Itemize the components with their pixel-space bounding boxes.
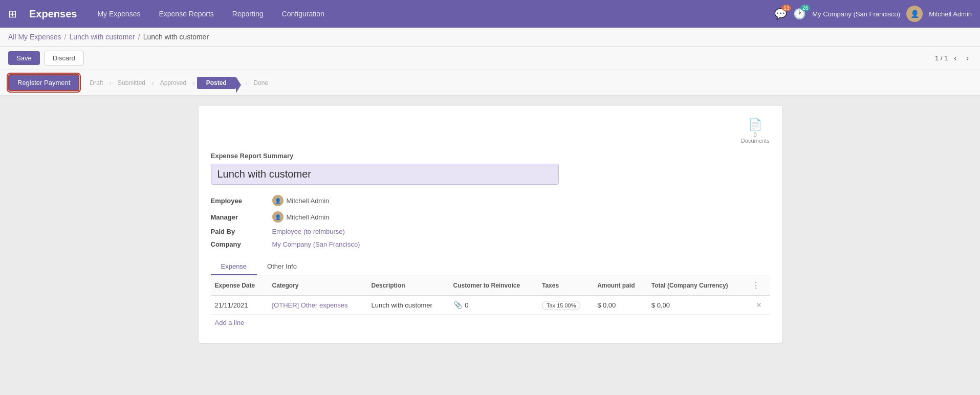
- sep4: ›: [243, 79, 250, 87]
- expense-table: Expense Date Category Description Custom…: [211, 275, 770, 315]
- breadcrumb-all-expenses[interactable]: All My Expenses: [8, 33, 61, 41]
- chat-badge: 13: [781, 5, 791, 11]
- cell-category: [OTHER] Other expenses: [268, 296, 367, 315]
- delete-row-button[interactable]: ✕: [756, 301, 762, 309]
- manager-name: Mitchell Admin: [287, 213, 330, 221]
- employee-value: 👤 Mitchell Admin: [272, 195, 330, 206]
- cell-amount: $ 0,00: [593, 296, 647, 315]
- status-draft-label: Draft: [85, 79, 107, 86]
- form-card: 📄 0 Documents Expense Report Summary Emp…: [199, 106, 782, 343]
- manager-field-row: Manager 👤 Mitchell Admin: [211, 211, 770, 223]
- attachment-icon: 📎: [453, 301, 462, 309]
- form-section-title: Expense Report Summary: [211, 152, 770, 160]
- col-category: Category: [268, 275, 367, 296]
- cell-date: 21/11/2021: [211, 296, 268, 315]
- paid-by-field-row: Paid By Employee (to reimburse): [211, 228, 770, 235]
- employee-field-row: Employee 👤 Mitchell Admin: [211, 195, 770, 206]
- col-total: Total (Company Currency): [647, 275, 748, 296]
- chat-notification[interactable]: 💬 13: [774, 8, 787, 20]
- sep3: ›: [190, 79, 197, 87]
- cell-taxes: Tax 15.00%: [538, 296, 593, 315]
- nav-my-expenses[interactable]: My Expenses: [93, 8, 144, 20]
- app-title: Expenses: [29, 8, 77, 20]
- status-posted-active: Posted: [197, 77, 236, 89]
- manager-avatar: 👤: [272, 211, 284, 223]
- breadcrumb-lunch[interactable]: Lunch with customer: [69, 33, 135, 41]
- breadcrumb-sep-1: /: [64, 33, 66, 41]
- col-actions-header: ⋮: [748, 275, 770, 296]
- sep1: ›: [107, 79, 114, 87]
- document-icon: 📄: [748, 118, 762, 131]
- manager-value: 👤 Mitchell Admin: [272, 211, 330, 223]
- documents-button[interactable]: 📄 0 Documents: [741, 118, 770, 144]
- employee-label: Employee: [211, 197, 272, 205]
- user-avatar[interactable]: 👤: [906, 6, 923, 22]
- action-bar: Save Discard 1 / 1 ‹ ›: [0, 47, 980, 70]
- table-menu-button[interactable]: ⋮: [752, 280, 760, 290]
- register-payment-button[interactable]: Register Payment: [8, 74, 79, 91]
- table-row: 21/11/2021 [OTHER] Other expenses Lunch …: [211, 296, 770, 315]
- employee-name: Mitchell Admin: [287, 197, 330, 205]
- company-name: My Company (San Francisco): [812, 10, 900, 18]
- top-nav: ⊞ Expenses My Expenses Expense Reports R…: [0, 0, 980, 28]
- user-name: Mitchell Admin: [929, 10, 972, 18]
- app-grid-icon[interactable]: ⊞: [8, 8, 17, 20]
- table-header-row: Expense Date Category Description Custom…: [211, 275, 770, 296]
- status-done-label: Done: [249, 79, 272, 86]
- doc-area: 📄 0 Documents: [211, 118, 770, 144]
- add-line-button[interactable]: Add a line: [211, 315, 249, 331]
- breadcrumb: All My Expenses / Lunch with customer / …: [0, 28, 980, 47]
- col-customer: Customer to Reinvoice: [449, 275, 538, 296]
- paid-by-label: Paid By: [211, 228, 272, 235]
- cell-total: $ 0,00: [647, 296, 748, 315]
- col-date: Expense Date: [211, 275, 268, 296]
- col-description: Description: [367, 275, 449, 296]
- paid-by-value[interactable]: Employee (to reimburse): [272, 228, 345, 235]
- pager: 1 / 1 ‹ ›: [935, 53, 972, 64]
- expense-name-input[interactable]: [211, 164, 559, 185]
- status-approved-label: Approved: [156, 79, 190, 86]
- status-submitted-label: Submitted: [114, 79, 149, 86]
- sep2: ›: [149, 79, 156, 87]
- tab-expense[interactable]: Expense: [211, 258, 257, 275]
- cell-actions: ✕: [748, 296, 770, 315]
- save-button[interactable]: Save: [8, 51, 40, 65]
- pager-next[interactable]: ›: [963, 53, 972, 64]
- manager-label: Manager: [211, 213, 272, 221]
- nav-expense-reports[interactable]: Expense Reports: [155, 8, 217, 20]
- nav-configuration[interactable]: Configuration: [278, 8, 329, 20]
- main-content: 📄 0 Documents Expense Report Summary Emp…: [0, 96, 980, 395]
- status-pipeline: Draft › Submitted › Approved › Posted › …: [85, 77, 272, 89]
- breadcrumb-current: Lunch with customer: [143, 33, 209, 41]
- doc-label: Documents: [741, 138, 770, 144]
- col-amount: Amount paid: [593, 275, 647, 296]
- col-taxes: Taxes: [538, 275, 593, 296]
- nav-right: 💬 13 🕐 26 My Company (San Francisco) 👤 M…: [774, 6, 972, 22]
- pager-text: 1 / 1: [935, 54, 948, 62]
- company-label: Company: [211, 240, 272, 248]
- tab-bar: Expense Other Info: [211, 258, 770, 275]
- activity-notification[interactable]: 🕐 26: [793, 8, 806, 20]
- nav-reporting[interactable]: Reporting: [228, 8, 268, 20]
- company-field-row: Company My Company (San Francisco): [211, 240, 770, 248]
- breadcrumb-sep-2: /: [138, 33, 140, 41]
- tax-badge: Tax 15.00%: [542, 301, 580, 310]
- discard-button[interactable]: Discard: [44, 51, 84, 65]
- doc-count: 0: [754, 131, 757, 138]
- attachment-count: 0: [465, 301, 468, 309]
- pager-prev[interactable]: ‹: [951, 53, 960, 64]
- employee-avatar: 👤: [272, 195, 284, 206]
- tab-other-info[interactable]: Other Info: [257, 258, 307, 275]
- activity-badge: 26: [800, 5, 810, 11]
- company-value[interactable]: My Company (San Francisco): [272, 240, 360, 248]
- cell-customer: 📎 0: [449, 296, 538, 315]
- status-bar: Register Payment Draft › Submitted › App…: [0, 70, 980, 96]
- cell-description: Lunch with customer: [367, 296, 449, 315]
